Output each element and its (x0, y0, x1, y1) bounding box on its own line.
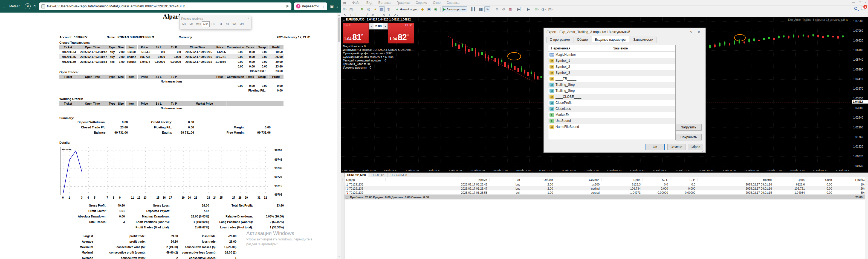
parameter-row[interactable]: 12Trailing_Stop (548, 82, 675, 88)
parameter-row[interactable]: abNameFileSound (548, 124, 675, 130)
parameter-row[interactable]: abSymbol_3 (548, 70, 675, 76)
bar-chart-button[interactable]: ▍▍ (471, 6, 477, 12)
trendline-icon[interactable]: ╱ (366, 13, 368, 17)
period-button[interactable]: M5 (188, 21, 195, 27)
line-chart-button[interactable]: ∿ (484, 6, 490, 12)
new-order-button[interactable]: ＋Новый ордер (395, 6, 419, 12)
browser-tab-title[interactable]: MetaTr... (9, 4, 22, 8)
parameter-row[interactable]: 123MagicNumber (548, 52, 675, 58)
text-tool-icon[interactable]: A (383, 13, 385, 16)
lot-value[interactable]: 2.00 (374, 23, 383, 29)
chart-tab[interactable]: USDInd,M30 (388, 173, 410, 177)
period-button[interactable]: W1 (231, 21, 238, 27)
column-header[interactable]: Прибыль (834, 178, 868, 181)
dialog-tab[interactable]: О программе (547, 37, 573, 43)
period-button[interactable]: H4 (217, 21, 224, 27)
zoom-in-button[interactable]: ⊕ (494, 6, 500, 12)
new-chart-button[interactable]: ⊞▼ (342, 6, 348, 12)
refresh-button[interactable]: ⇅ (359, 6, 365, 12)
browser-scrollbar[interactable]: ▲ ▼ (337, 12, 341, 259)
order-row[interactable]: 701291139 2025.02.17 03:28:58sell1.00eur… (344, 190, 865, 194)
column-header[interactable]: Ордер (344, 178, 385, 181)
sell-button[interactable]: SELL 1.04 812 (343, 23, 369, 43)
dialog-tab[interactable]: Зависимости (630, 37, 656, 43)
parameter-row[interactable]: abSymbol_2 (548, 64, 675, 70)
column-header[interactable]: Объем (522, 178, 555, 181)
column-header[interactable]: Цена (602, 178, 643, 181)
buy-button[interactable]: BUY 1.04 828 (388, 23, 414, 43)
save-button[interactable]: Сохранить (676, 134, 702, 140)
candle-chart-button[interactable]: ▮▮ (478, 6, 484, 12)
restore-icon[interactable]: □ (859, 1, 861, 4)
scroll-down-icon[interactable]: ▼ (337, 255, 341, 258)
periods-button[interactable]: ◷▼ (541, 6, 547, 12)
menu-item[interactable]: Вставка (378, 1, 391, 5)
close-icon[interactable]: × (865, 1, 866, 4)
reset-button[interactable]: Сброс (688, 144, 703, 150)
column-header[interactable]: Время (698, 178, 774, 181)
order-row[interactable]: 701291136 2025.02.17 03:28:47buy2.00usdi… (344, 186, 865, 190)
parameter-row[interactable]: 12CloseLoss (548, 106, 675, 112)
menu-item[interactable]: Справка (446, 1, 460, 5)
data-window-button[interactable]: ◫ (385, 6, 391, 12)
channel-icon[interactable]: ▱ (372, 13, 374, 17)
period-button[interactable]: M30 (202, 21, 210, 27)
chart-shift-button[interactable]: ▕▶ (524, 6, 530, 12)
address-bar[interactable]: file:///C:/Users/Роман/AppData/Roaming/M… (39, 2, 291, 10)
ok-button[interactable]: OK (646, 144, 665, 150)
chart-tab[interactable]: US500,H1 (369, 173, 388, 177)
cancel-button[interactable]: Отмена (668, 144, 685, 150)
parameter-row[interactable]: ab____TR_____ (548, 76, 675, 82)
vertical-line-icon[interactable]: │ (355, 13, 357, 16)
terminal-button[interactable]: ▣ (426, 6, 432, 12)
crosshair-tool-icon[interactable]: + (350, 13, 351, 16)
bookmark-icon[interactable]: ⚑ (286, 4, 289, 8)
shapes-tool-icon[interactable]: ↗▼ (394, 13, 398, 17)
close-icon[interactable]: x (248, 17, 249, 20)
label-tool-icon[interactable]: T (389, 13, 391, 16)
favorites-button[interactable]: ★ (372, 6, 378, 12)
menu-item[interactable]: Окно (433, 1, 440, 5)
terminal-scrollbar[interactable] (865, 177, 868, 259)
fibonacci-icon[interactable]: Ƒ (377, 13, 379, 16)
profiles-button[interactable]: ▤▼ (349, 6, 355, 12)
autotrading-button[interactable]: ▶Авто-торговля (442, 6, 467, 12)
column-header[interactable]: Цена (774, 178, 807, 181)
zoom-out-button[interactable]: ⊖ (500, 6, 506, 12)
scroll-up-icon[interactable]: ▲ (337, 13, 341, 17)
tile-windows-button[interactable]: ▦ (507, 6, 513, 12)
resize-grip[interactable]: ⋰ (702, 149, 705, 152)
strategy-tester-button[interactable]: ◉ (433, 6, 439, 12)
horizontal-line-icon[interactable]: ─ (361, 13, 363, 16)
menu-item[interactable]: Вид (366, 1, 372, 5)
parameter-row[interactable]: 12CloseProfit (548, 100, 675, 106)
period-button[interactable]: MN (238, 21, 245, 27)
period-button[interactable]: H1 (210, 21, 217, 27)
crosshair-button[interactable]: ◎ (366, 6, 372, 12)
templates-button[interactable]: ▤▼ (548, 6, 554, 12)
reload-icon[interactable]: ↻ (33, 4, 37, 9)
translate-menu-icon[interactable]: ⋮ (320, 4, 325, 8)
dialog-tab[interactable]: Общие (574, 37, 591, 43)
dialog-title-bar[interactable]: Expert - Exp_Arbitr_Trailing_3 пары № 18… (544, 28, 706, 36)
lot-size-stepper[interactable]: ▼ 2.00 ▲ (369, 23, 388, 30)
parameter-row[interactable]: ab____CLOSE____ (548, 94, 675, 100)
period-button[interactable]: M1 (181, 21, 188, 27)
parameter-row[interactable]: bUseSound (548, 118, 675, 124)
column-header[interactable]: Своп (807, 178, 834, 181)
parameter-row[interactable]: abSymbol_1 (548, 58, 675, 64)
chat-icon[interactable]: 1 (861, 6, 865, 10)
chart-tab[interactable]: EURUSD,M30 (344, 173, 369, 177)
parameter-row[interactable]: 12Trailing_Step (548, 88, 675, 94)
url-text[interactable]: file:///C:/Users/Роман/AppData/Roaming/M… (47, 4, 284, 8)
column-header[interactable]: Время (385, 178, 490, 181)
metaeditor-button[interactable]: ◆ (420, 6, 426, 12)
menu-item[interactable]: Файл (352, 1, 361, 5)
column-header[interactable]: S / L (643, 178, 670, 181)
back-icon[interactable]: ← (3, 4, 7, 9)
yandex-icon[interactable]: Я (25, 3, 31, 9)
period-button[interactable]: M15 (195, 21, 202, 27)
download-icon[interactable]: ↓ (336, 4, 339, 9)
close-panel-icon[interactable]: × (342, 178, 343, 180)
load-button[interactable]: Загрузить (676, 124, 702, 131)
